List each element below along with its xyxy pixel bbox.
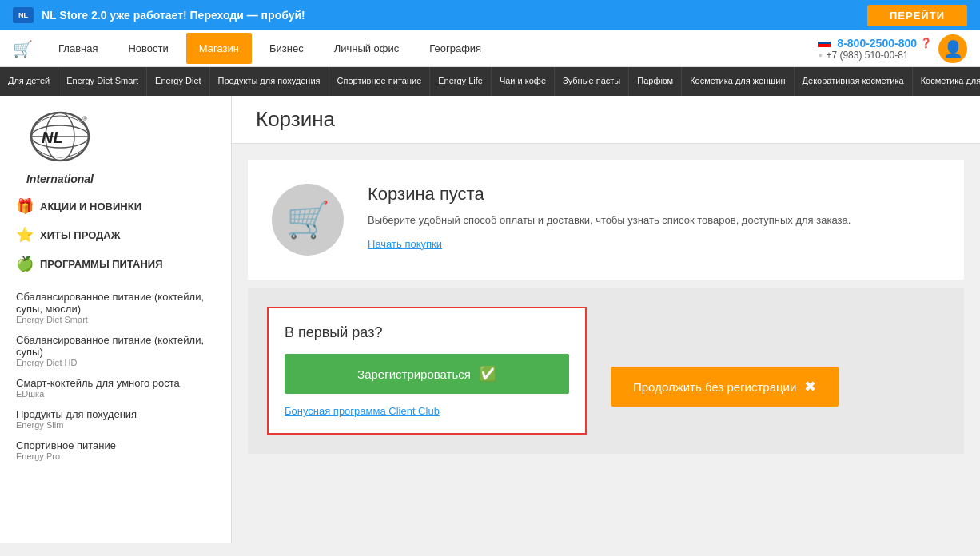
cat-cosmetics-women[interactable]: Косметика для женщин (682, 67, 794, 96)
phone-bullet: ● (818, 50, 823, 59)
nav-shop[interactable]: Магазин (186, 33, 252, 64)
sidebar: NL ® International 🎁 АКЦИИ И НОВИНКИ ⭐ Х… (0, 96, 232, 543)
register-button[interactable]: Зарегистрироваться ✅ (285, 354, 569, 394)
sidebar-special-menu: 🎁 АКЦИИ И НОВИНКИ ⭐ ХИТЫ ПРОДАЖ 🍏 ПРОГРА… (0, 192, 231, 286)
main-content: Корзина 🛒 Корзина пуста Выберите удобный… (232, 96, 980, 543)
cart-empty-section: 🛒 Корзина пуста Выберите удобный способ … (248, 160, 964, 280)
sidebar-sub-title-4: Продукты для похудения (16, 408, 215, 420)
cart-nav-icon: 🛒 (13, 39, 33, 58)
cat-tea[interactable]: Чаи и кофе (492, 67, 555, 96)
sidebar-sub-label-3: EDшка (16, 389, 215, 399)
promo-label: АКЦИИ И НОВИНКИ (40, 201, 141, 212)
top-banner-text: NL Store 2.0 уже работает! Переходи — пр… (42, 9, 305, 22)
start-shopping-link[interactable]: Начать покупки (368, 238, 442, 250)
top-banner: NL NL Store 2.0 уже работает! Переходи —… (0, 0, 980, 30)
help-icon[interactable]: ❓ (920, 38, 932, 49)
sidebar-sub-label-4: Energy Slim (16, 420, 215, 430)
cat-toothpaste[interactable]: Зубные пасты (555, 67, 629, 96)
first-time-box: В первый раз? Зарегистрироваться ✅ Бонус… (267, 307, 587, 435)
phone-block: 8-800-2500-800 ❓ ● +7 (983) 510-00-81 (818, 37, 932, 61)
cart-empty-description: Выберите удобный способ оплаты и доставк… (368, 212, 851, 228)
logo-container: NL ® International (16, 112, 104, 184)
cat-sport[interactable]: Спортивное питание (329, 67, 431, 96)
main-nav-right: 8-800-2500-800 ❓ ● +7 (983) 510-00-81 👤 (818, 34, 967, 63)
sidebar-logo: NL ® International (0, 96, 231, 192)
logo-globe-svg: NL ® (24, 111, 96, 167)
phone-flag (818, 38, 831, 47)
sidebar-sub-label-2: Energy Diet HD (16, 358, 215, 367)
nl-icon: NL (13, 7, 34, 23)
sidebar-sub-title-2: Сбалансированное питание (коктейли, супы… (16, 334, 215, 358)
sidebar-sub-label-5: Energy Pro (16, 451, 215, 461)
cat-energy-life[interactable]: Energy Life (430, 67, 492, 96)
cart-empty-title: Корзина пуста (368, 184, 851, 205)
promo-icon: 🎁 (16, 197, 34, 215)
page-title-bar: Корзина (232, 96, 980, 144)
register-btn-label: Зарегистрироваться (357, 367, 471, 381)
sidebar-sub-2[interactable]: Сбалансированное питание (коктейли, супы… (0, 329, 231, 372)
main-nav-left: 🛒 Главная Новости Магазин Бизнес Личный … (13, 33, 494, 64)
cat-cosmetics-decorative[interactable]: Декоративная косметика (795, 67, 913, 96)
nav-office[interactable]: Личный офис (321, 33, 412, 64)
sidebar-sub-label-1: Energy Diet Smart (16, 315, 215, 324)
phone-main: 8-800-2500-800 (837, 37, 917, 50)
continue-btn-label: Продолжить без регистрации (633, 380, 796, 394)
logo-globe-container: NL ® (24, 111, 96, 169)
check-icon: ✅ (479, 365, 496, 383)
cat-weight-loss[interactable]: Продукты для похудения (210, 67, 329, 96)
svg-text:NL: NL (42, 129, 63, 146)
registration-section: В первый раз? Зарегистрироваться ✅ Бонус… (248, 288, 964, 454)
main-nav: 🛒 Главная Новости Магазин Бизнес Личный … (0, 30, 980, 67)
sidebar-sub-3[interactable]: Смарт-коктейль для умного роста EDшка (0, 372, 231, 403)
top-banner-button[interactable]: ПЕРЕЙТИ (867, 5, 967, 26)
nav-geo[interactable]: География (416, 33, 494, 64)
sidebar-item-programs[interactable]: 🍏 ПРОГРАММЫ ПИТАНИЯ (0, 249, 231, 278)
category-nav: Для детей Energy Diet Smart Energy Diet … (0, 67, 980, 96)
sidebar-item-hits[interactable]: ⭐ ХИТЫ ПРОДАЖ (0, 220, 231, 249)
cart-icon-glyph: 🛒 (286, 199, 330, 240)
cart-empty-text: Корзина пуста Выберите удобный способ оп… (368, 184, 851, 250)
logo-international-text: International (26, 173, 94, 185)
sidebar-item-promo[interactable]: 🎁 АКЦИИ И НОВИНКИ (0, 192, 231, 220)
sidebar-sub-title-1: Сбалансированное питание (коктейли, супы… (16, 291, 215, 315)
programs-label: ПРОГРАММЫ ПИТАНИЯ (40, 258, 163, 270)
cat-children[interactable]: Для детей (0, 67, 58, 96)
nav-home[interactable]: Главная (46, 33, 110, 64)
svg-text:®: ® (82, 115, 87, 122)
cat-energy-diet-smart[interactable]: Energy Diet Smart (58, 67, 147, 96)
top-banner-left: NL NL Store 2.0 уже работает! Переходи —… (13, 7, 305, 23)
user-avatar[interactable]: 👤 (938, 34, 967, 63)
client-club-link[interactable]: Бонусная программа Client Club (285, 405, 440, 417)
cat-energy-diet[interactable]: Energy Diet (147, 67, 209, 96)
continue-without-registration-button[interactable]: Продолжить без регистрации ✖ (611, 367, 839, 407)
hits-icon: ⭐ (16, 226, 34, 244)
sidebar-sub-4[interactable]: Продукты для похудения Energy Slim (0, 403, 231, 435)
close-icon: ✖ (804, 378, 816, 395)
page-title: Корзина (256, 107, 956, 132)
hits-label: ХИТЫ ПРОДАЖ (40, 229, 120, 241)
sidebar-sub-1[interactable]: Сбалансированное питание (коктейли, супы… (0, 286, 231, 329)
sidebar-sub-5[interactable]: Спортивное питание Energy Pro (0, 435, 231, 466)
nav-news[interactable]: Новости (115, 33, 181, 64)
main-layout: NL ® International 🎁 АКЦИИ И НОВИНКИ ⭐ Х… (0, 96, 980, 543)
sidebar-sub-title-3: Смарт-коктейль для умного роста (16, 377, 215, 389)
nav-business[interactable]: Бизнес (257, 33, 317, 64)
first-time-title: В первый раз? (285, 324, 569, 341)
cart-empty-icon: 🛒 (272, 184, 344, 256)
avatar-icon: 👤 (943, 39, 963, 58)
phone-sub: +7 (983) 510-00-81 (826, 50, 908, 61)
cat-parfum[interactable]: Парфюм (629, 67, 682, 96)
cat-cosmetics-men[interactable]: Косметика для мужчин (913, 67, 980, 96)
sidebar-sub-title-5: Спортивное питание (16, 439, 215, 451)
programs-icon: 🍏 (16, 255, 34, 272)
